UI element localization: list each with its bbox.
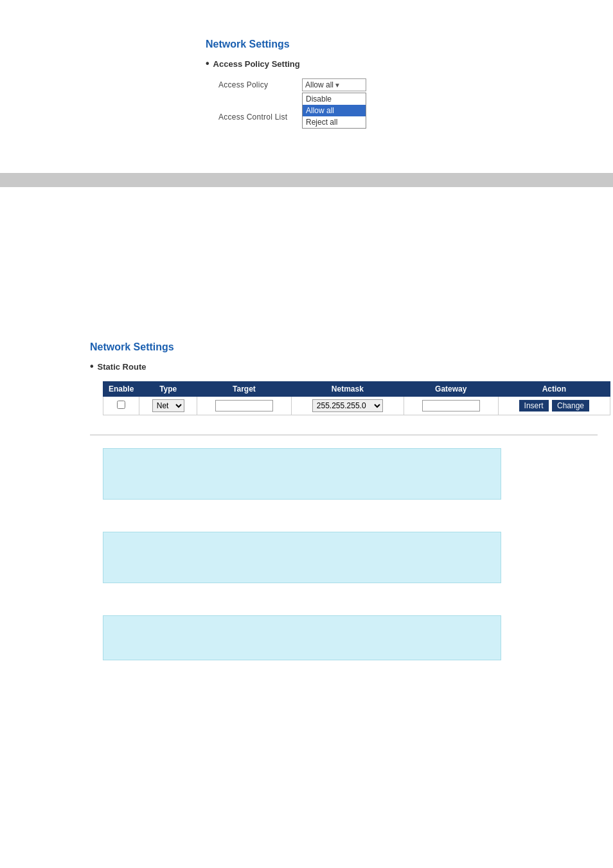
bottom-section: Network Settings Static Route Enable Typ… — [90, 341, 613, 415]
table-row: Net Host 255.255.255.0 255.255.0.0 255.0… — [103, 397, 610, 415]
thin-divider — [90, 435, 598, 435]
table-header-row: Enable Type Target Netmask Gateway Actio… — [103, 382, 610, 397]
access-policy-row: Access Policy Allow all ▼ Disable Allow … — [218, 78, 613, 91]
col-target: Target — [197, 382, 292, 397]
access-policy-form: Access Policy Allow all ▼ Disable Allow … — [218, 78, 613, 122]
access-policy-control: Allow all ▼ Disable Allow all Reject all — [302, 78, 366, 91]
dropdown-option-reject-all[interactable]: Reject all — [303, 116, 366, 128]
dropdown-arrow-icon: ▼ — [334, 82, 363, 89]
bottom-section-title: Network Settings — [90, 341, 613, 353]
change-button[interactable]: Change — [552, 400, 589, 411]
col-type: Type — [139, 382, 197, 397]
top-section: Network Settings Access Policy Setting A… — [206, 39, 613, 122]
cell-action: Insert Change — [498, 397, 610, 415]
col-enable: Enable — [103, 382, 139, 397]
light-blue-box-3 — [103, 615, 501, 660]
top-section-title: Network Settings — [206, 39, 613, 50]
access-policy-heading: Access Policy Setting — [206, 58, 613, 69]
access-control-label: Access Control List — [218, 111, 302, 122]
cell-enable — [103, 397, 139, 415]
access-policy-dropdown-list: Disable Allow all Reject all — [302, 93, 366, 129]
col-gateway: Gateway — [404, 382, 498, 397]
target-input[interactable] — [215, 400, 273, 411]
access-policy-label: Access Policy — [218, 78, 302, 89]
dropdown-option-disable[interactable]: Disable — [303, 93, 366, 105]
type-select[interactable]: Net Host — [152, 399, 184, 412]
enable-checkbox[interactable] — [117, 401, 125, 409]
dropdown-option-allow-all[interactable]: Allow all — [303, 105, 366, 116]
cell-type: Net Host — [139, 397, 197, 415]
page-wrapper: Network Settings Access Policy Setting A… — [0, 0, 613, 868]
access-policy-selected-value: Allow all — [305, 80, 334, 89]
cell-target — [197, 397, 292, 415]
access-policy-select-display[interactable]: Allow all ▼ — [302, 78, 366, 91]
access-control-row: Access Control List — [218, 111, 613, 122]
light-blue-box-1 — [103, 448, 501, 500]
insert-button[interactable]: Insert — [519, 400, 549, 411]
cell-gateway — [404, 397, 498, 415]
static-route-heading: Static Route — [90, 361, 613, 372]
light-blue-box-2 — [103, 532, 501, 583]
col-netmask: Netmask — [291, 382, 404, 397]
static-route-table: Enable Type Target Netmask Gateway Actio… — [103, 381, 610, 415]
netmask-select[interactable]: 255.255.255.0 255.255.0.0 255.0.0.0 0.0.… — [312, 399, 383, 412]
cell-netmask: 255.255.255.0 255.255.0.0 255.0.0.0 0.0.… — [291, 397, 404, 415]
access-policy-dropdown[interactable]: Allow all ▼ Disable Allow all Reject all — [302, 78, 366, 91]
gray-divider-bar — [0, 173, 613, 187]
gateway-input[interactable] — [422, 400, 480, 411]
col-action: Action — [498, 382, 610, 397]
